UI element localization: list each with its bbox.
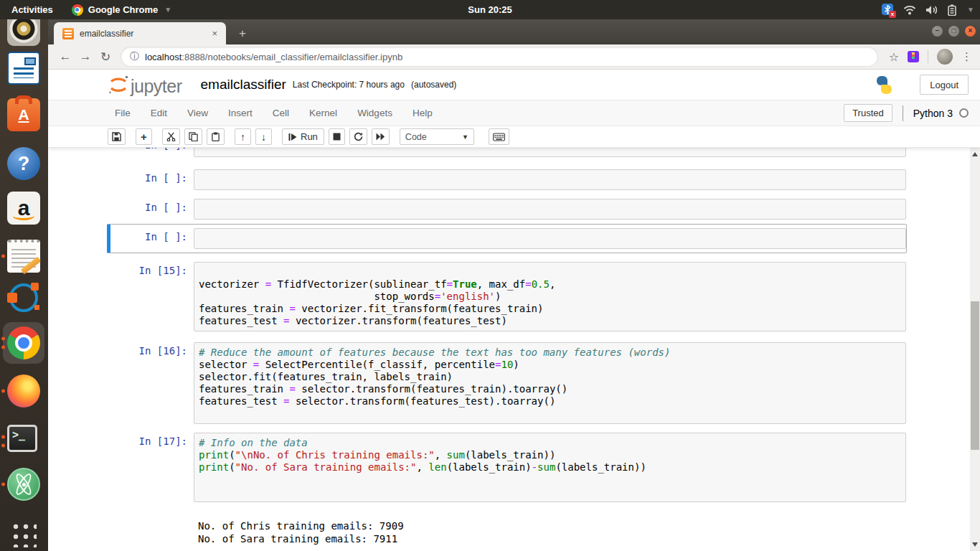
dock-item-terminal[interactable]: >_ (7, 425, 40, 458)
clock[interactable]: Sun 20:25 (468, 4, 512, 15)
cell-input[interactable] (194, 148, 906, 157)
fast-forward-icon (376, 133, 385, 141)
cell-type-value: Code (405, 132, 427, 142)
scrollbar-down-arrow[interactable] (972, 542, 978, 547)
cell-input[interactable]: vectorizer = TfidfVectorizer(sublinear_t… (194, 262, 906, 331)
cell-type-select[interactable]: Code ▼ (400, 128, 474, 145)
cell-input[interactable] (194, 228, 906, 249)
tab-close-icon[interactable]: × (209, 27, 220, 40)
dock-item-firefox[interactable] (7, 375, 40, 408)
menu-insert[interactable]: Insert (218, 100, 263, 126)
menu-kernel[interactable]: Kernel (299, 100, 347, 126)
battery-icon[interactable] (948, 4, 956, 16)
dock-item-loop-app[interactable] (7, 281, 40, 314)
dock-item-show-applications[interactable] (7, 518, 40, 551)
app-menu[interactable]: Google Chrome ▼ (65, 4, 179, 16)
move-cell-up-button[interactable]: ↑ (235, 128, 251, 145)
notebook-area: In [ ]:In [ ]:In [ ]:In [ ]:In [15]:vect… (48, 148, 980, 551)
dock-item-text-editor[interactable] (7, 240, 40, 273)
restart-kernel-button[interactable] (349, 128, 367, 145)
back-icon[interactable]: ← (55, 47, 75, 67)
volume-icon[interactable] (925, 5, 938, 15)
dock-item-ubuntu-software[interactable]: A (7, 98, 40, 131)
menu-edit[interactable]: Edit (141, 100, 177, 126)
menu-widgets[interactable]: Widgets (347, 100, 402, 126)
dock-item-google-chrome[interactable] (7, 326, 40, 359)
firefox-icon (7, 375, 40, 408)
running-indicator (1, 483, 5, 486)
window-controls: − □ × (932, 26, 976, 37)
cell-input[interactable]: # Reduce the amount of features because … (194, 342, 906, 424)
scrollbar-thumb[interactable] (971, 301, 979, 450)
close-button[interactable]: × (965, 26, 976, 37)
browser-menu-icon[interactable]: ⋮ (961, 50, 973, 63)
copy-cell-button[interactable] (184, 128, 202, 145)
menu-cell[interactable]: Cell (263, 100, 299, 126)
interrupt-kernel-button[interactable] (329, 128, 345, 145)
bookmark-star-icon[interactable]: ☆ (889, 50, 899, 64)
page-info-icon[interactable]: ⓘ (130, 50, 139, 63)
save-button[interactable] (108, 128, 126, 145)
cell-prompt: In [17]: (110, 433, 194, 502)
browser-tab[interactable]: emailclassifier × (54, 22, 226, 44)
forward-icon[interactable]: → (75, 47, 95, 67)
kernel-name: Python 3 (913, 108, 953, 119)
notebook-cell[interactable]: In [17]:# Info on the dataprint("\nNo. o… (107, 428, 907, 551)
running-indicator (1, 255, 5, 258)
activities-button[interactable]: Activities (0, 0, 65, 19)
dock-item-help[interactable]: ? (7, 147, 40, 180)
jupyter-toolbar: + ↑ ↓ Run (48, 126, 980, 148)
cell-prompt: In [ ]: (110, 228, 194, 249)
maximize-button[interactable]: □ (948, 26, 959, 37)
new-tab-button[interactable]: + (233, 25, 252, 42)
notebook-title[interactable]: emailclassifier (201, 77, 286, 93)
screen: Activities Google Chrome ▼ Sun 20:25 x ▼ (0, 0, 980, 551)
running-indicator (1, 337, 5, 349)
notebook-cell[interactable]: In [ ]: (107, 148, 907, 161)
menu-file[interactable]: File (105, 100, 141, 126)
logout-button[interactable]: Logout (920, 75, 969, 95)
ubuntu-top-bar: Activities Google Chrome ▼ Sun 20:25 x ▼ (0, 0, 980, 19)
notebook-favicon (62, 28, 74, 39)
extension-icon[interactable] (908, 51, 919, 62)
cell-input[interactable] (194, 169, 906, 190)
dock-item-atom[interactable] (7, 468, 40, 501)
reload-icon[interactable]: ↻ (95, 47, 116, 67)
notebook-cell-selected[interactable]: In [ ]: (107, 224, 907, 253)
minimize-button[interactable]: − (932, 26, 943, 37)
dock-item-camera-app[interactable] (7, 19, 40, 46)
dock-item-amazon[interactable]: a (7, 192, 40, 225)
menu-help[interactable]: Help (402, 100, 443, 126)
bluetooth-icon[interactable]: x (882, 4, 894, 16)
jupyter-logo[interactable]: jupyter (108, 74, 182, 95)
dock-item-libreoffice-writer[interactable] (7, 52, 40, 85)
command-palette-button[interactable] (489, 128, 509, 145)
notebook-cell[interactable]: In [15]:vectorizer = TfidfVectorizer(sub… (107, 258, 907, 336)
menu-view[interactable]: View (177, 100, 218, 126)
scrollbar-up-arrow[interactable] (972, 152, 978, 156)
cell-output: No. of Chris training emails: 7909No. of… (194, 518, 906, 547)
chrome-icon (72, 4, 83, 16)
notebook-cell[interactable]: In [16]:# Reduce the amount of features … (107, 338, 907, 428)
caret-down-icon[interactable]: ▼ (967, 6, 974, 14)
checkpoint-status: Last Checkpoint: 7 hours ago (293, 80, 405, 90)
notebook-cell[interactable]: In [ ]: (107, 165, 907, 194)
restart-run-all-button[interactable] (372, 128, 390, 145)
paste-cell-button[interactable] (207, 128, 225, 145)
run-cell-button[interactable]: Run (282, 128, 324, 145)
notebook-cell[interactable]: In [ ]: (107, 194, 907, 224)
wifi-icon[interactable] (903, 5, 916, 15)
scrollbar (970, 148, 980, 551)
cut-cell-button[interactable] (162, 128, 180, 145)
cell-input[interactable] (194, 199, 906, 220)
profile-avatar[interactable] (937, 49, 953, 65)
jupyter-header: jupyter emailclassifier Last Checkpoint:… (48, 70, 980, 100)
caret-down-icon: ▼ (164, 6, 171, 14)
cell-input[interactable]: # Info on the dataprint("\nNo. of Chris … (194, 433, 906, 502)
system-status-area[interactable]: x ▼ (882, 0, 974, 19)
address-bar[interactable]: ⓘ localhost:8888/notebooks/email_classif… (121, 47, 877, 66)
trusted-badge[interactable]: Trusted (844, 104, 892, 122)
move-cell-down-button[interactable]: ↓ (255, 128, 272, 145)
add-cell-button[interactable]: + (136, 128, 152, 145)
autosave-status: (autosaved) (411, 80, 456, 90)
